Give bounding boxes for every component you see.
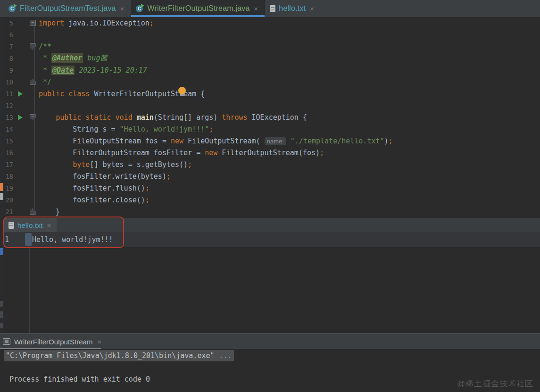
gutter-fold-slot: − — [28, 114, 37, 120]
hello-tab-bar: hello.txt × — [0, 218, 540, 232]
parameter-hint: name: — [265, 137, 286, 145]
code-token: FileOutputStream fos = — [39, 137, 171, 145]
code-token: } — [39, 208, 60, 216]
process-exit-message: Process finished with exit code 0 — [9, 375, 150, 384]
stripe-mark — [0, 183, 3, 191]
code-token: (String[] args) — [154, 113, 222, 122]
code-token: * — [39, 54, 51, 62]
code-text: } — [39, 208, 60, 216]
code-token: import — [39, 19, 64, 27]
code-line[interactable]: 7−/** — [0, 41, 540, 52]
close-icon[interactable]: × — [96, 337, 102, 346]
tab-filteroutputstreamtest-java[interactable]: C FilterOutputStreamTest.java × — [4, 0, 131, 17]
stripe-mark — [0, 193, 3, 200]
gutter-fold-slot — [28, 209, 37, 215]
tab-run-writerfilteroutputstream[interactable]: WriterFilterOutputStream × — [0, 334, 107, 350]
tab-writerfilteroutputstream-java[interactable]: C WriterFilterOutputStream.java × — [131, 0, 265, 17]
gutter-fold-slot: − — [28, 43, 37, 50]
code-line[interactable]: 9 * @Date 2023-10-15 20:17 — [0, 64, 540, 76]
code-token: ; — [150, 19, 154, 27]
code-line[interactable]: 6 — [0, 29, 540, 41]
code-token: FilterOutputStream(fos) — [217, 149, 320, 157]
gutter-separator-line — [29, 247, 30, 333]
expand-command-ellipsis[interactable]: ... — [217, 350, 234, 361]
code-text: FileOutputStream fos = new FileOutputStr… — [39, 137, 393, 145]
code-line[interactable]: 15 FileOutputStream fos = new FileOutput… — [0, 135, 540, 147]
code-token: throws — [222, 113, 247, 122]
code-line[interactable]: 8 * @Author bug菌 — [0, 52, 540, 64]
java-class-icon: C — [8, 5, 17, 13]
code-line[interactable]: 5−import java.io.IOException; — [0, 17, 540, 29]
close-icon[interactable]: × — [46, 221, 52, 230]
run-overlay-icon — [14, 4, 17, 8]
code-line[interactable]: 11public class WriterFilterOutputStream … — [0, 88, 540, 100]
close-icon[interactable]: × — [309, 4, 315, 13]
editor-tab-bar: C FilterOutputStreamTest.java × C Writer… — [0, 0, 540, 17]
code-token: public static void — [56, 113, 137, 122]
stripe-mark — [0, 323, 3, 328]
code-token: IOException { — [248, 113, 307, 122]
stripe-mark — [0, 248, 3, 255]
code-line[interactable]: 21 } — [0, 206, 540, 217]
code-token: ; — [320, 149, 324, 157]
tab-hello-txt[interactable]: hello.txt × — [265, 0, 321, 17]
code-line[interactable]: 18 fosFilter.write(bytes); — [0, 170, 540, 182]
code-token: String s = — [39, 125, 120, 133]
run-tool-bar: WriterFilterOutputStream × — [0, 333, 540, 349]
watermark: @稀土掘金技术社区 — [457, 378, 533, 389]
close-icon[interactable]: × — [119, 4, 125, 13]
gutter-run-slot — [16, 115, 25, 120]
code-line[interactable]: 20 fosFilter.close(); — [0, 194, 540, 206]
code-token: */ — [39, 78, 51, 86]
code-token: FilterOutputStream fosFilter = — [39, 149, 205, 157]
code-token: fosFilter.close() — [39, 196, 145, 204]
code-line[interactable]: 13− public static void main(String[] arg… — [0, 111, 540, 123]
code-text: fosFilter.close(); — [39, 196, 150, 204]
run-icon[interactable] — [18, 91, 23, 97]
code-token: ; — [145, 196, 150, 204]
code-token: /** — [39, 42, 51, 51]
text-file-icon — [270, 5, 275, 12]
code-token: java.io.IOException — [64, 19, 150, 27]
code-line[interactable]: 12 — [0, 100, 540, 111]
code-token: ; — [145, 184, 150, 192]
hello-line-row[interactable]: 1 Hello, world!jym!!! — [0, 232, 540, 247]
code-line[interactable]: 14 String s = "Hello, world!jym!!!"; — [0, 123, 540, 135]
code-token: * — [39, 66, 51, 75]
left-edge-stripe — [0, 17, 4, 333]
code-line[interactable]: 19 fosFilter.flush(); — [0, 182, 540, 194]
code-token: FileOutputStream( — [183, 137, 265, 145]
code-token — [39, 113, 56, 122]
hello-file-content: Hello, world!jym!!! — [32, 235, 113, 244]
code-token: main — [137, 113, 154, 122]
code-text: FilterOutputStream fosFilter = new Filte… — [39, 149, 324, 157]
intention-bulb-icon[interactable] — [178, 87, 186, 97]
code-token: ; — [389, 137, 393, 145]
code-text: fosFilter.write(bytes); — [39, 172, 171, 181]
code-token: [] bytes = s.getBytes() — [90, 160, 188, 169]
java-command-path[interactable]: "C:\Program Files\Java\jdk1.8.0_201\bin\… — [4, 350, 217, 361]
code-line[interactable]: 16 FilterOutputStream fosFilter = new Fi… — [0, 147, 540, 158]
code-token: bug菌 — [83, 54, 107, 62]
code-token — [39, 160, 73, 169]
code-token: ) — [384, 137, 389, 145]
run-overlay-icon — [141, 4, 144, 8]
java-class-icon: C — [136, 5, 144, 13]
run-icon[interactable] — [18, 115, 23, 120]
code-token: WriterFilterOutputStream { — [90, 90, 205, 98]
code-text: * @Date 2023-10-15 20:17 — [39, 66, 147, 75]
stripe-mark — [0, 301, 3, 307]
close-icon[interactable]: × — [253, 4, 259, 13]
code-token: 2023-10-15 20:17 — [75, 66, 147, 75]
code-token: ; — [188, 160, 192, 169]
code-line[interactable]: 17 byte[] bytes = s.getBytes(); — [0, 158, 540, 170]
code-line[interactable]: 10 */ — [0, 76, 540, 88]
tab-hello-txt-preview[interactable]: hello.txt × — [4, 218, 57, 232]
code-token: byte — [73, 160, 90, 169]
code-editor[interactable]: 5−import java.io.IOException;67−/**8 * @… — [0, 17, 540, 217]
ide-window: C FilterOutputStreamTest.java × C Writer… — [0, 0, 540, 392]
console-output[interactable]: "C:\Program Files\Java\jdk1.8.0_201\bin\… — [0, 349, 540, 392]
code-text: fosFilter.flush(); — [39, 184, 150, 192]
code-token — [286, 137, 291, 145]
code-token: ; — [166, 172, 171, 181]
